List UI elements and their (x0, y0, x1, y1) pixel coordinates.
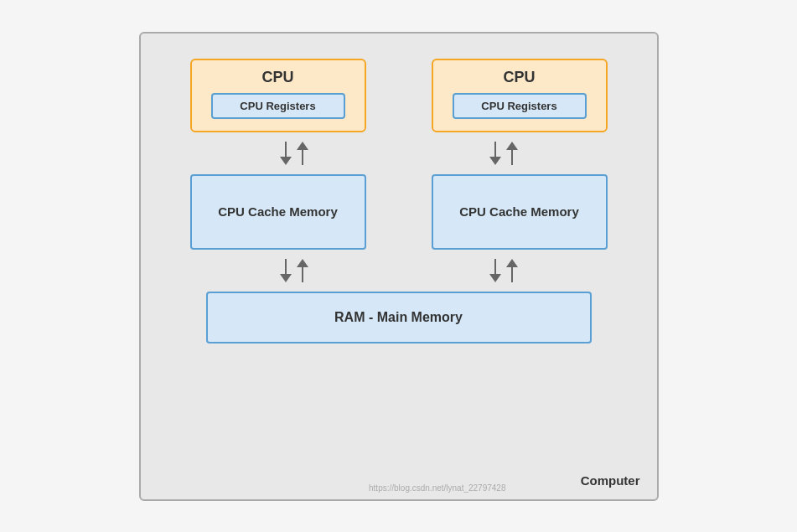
cpu-box-2: CPU CPU Registers (432, 59, 608, 132)
ram-row: RAM - Main Memory (166, 292, 632, 343)
arrow-set-1 (280, 132, 308, 174)
arrow-down-4 (489, 259, 501, 282)
arrowhead-up-4 (506, 259, 518, 267)
line-1 (285, 142, 287, 157)
cpu2-title: CPU (503, 69, 535, 86)
arrow-set-2 (489, 132, 518, 174)
watermark: https://blog.csdn.net/lynat_22797428 (369, 483, 505, 493)
cpu-box-1: CPU CPU Registers (190, 59, 366, 132)
diagram-container: CPU CPU Registers CPU CPU Registers (139, 32, 659, 501)
top-section: CPU CPU Registers CPU CPU Registers (166, 59, 632, 132)
cpu2-registers: CPU Registers (453, 93, 587, 119)
line-5 (285, 259, 287, 274)
cache-box-2: CPU Cache Memory (432, 174, 608, 250)
line-4 (511, 150, 513, 165)
arrow-down-1 (280, 142, 292, 165)
line-6 (302, 267, 303, 282)
arrow-set-4 (489, 250, 518, 292)
arrowhead-down-1 (280, 157, 292, 165)
line-7 (494, 259, 496, 274)
line-8 (511, 267, 513, 282)
line-3 (494, 142, 496, 157)
line-2 (302, 150, 303, 165)
cache-to-ram-arrows (166, 250, 632, 292)
arrow-up-2 (506, 142, 518, 165)
arrow-set-3 (280, 250, 308, 292)
arrowhead-down-2 (489, 157, 501, 165)
arrow-up-1 (297, 142, 308, 165)
arrow-up-3 (297, 259, 308, 282)
arrow-up-4 (506, 259, 518, 282)
arrowhead-up-3 (297, 259, 308, 267)
cache-section: CPU Cache Memory CPU Cache Memory (166, 174, 632, 250)
cache-box-1: CPU Cache Memory (190, 174, 366, 250)
arrow-down-2 (489, 142, 501, 165)
cpu1-registers: CPU Registers (211, 93, 345, 119)
cpu-to-cache-arrows (166, 132, 632, 174)
arrow-down-3 (280, 259, 292, 282)
arrowhead-up-2 (506, 142, 518, 150)
arrowhead-up-1 (297, 142, 308, 150)
cpu1-title: CPU (261, 69, 293, 86)
layout-wrapper: CPU CPU Registers CPU CPU Registers (166, 59, 632, 343)
arrowhead-down-3 (280, 274, 292, 282)
arrowhead-down-4 (489, 274, 501, 282)
computer-label: Computer (581, 473, 640, 488)
ram-box: RAM - Main Memory (206, 292, 592, 343)
